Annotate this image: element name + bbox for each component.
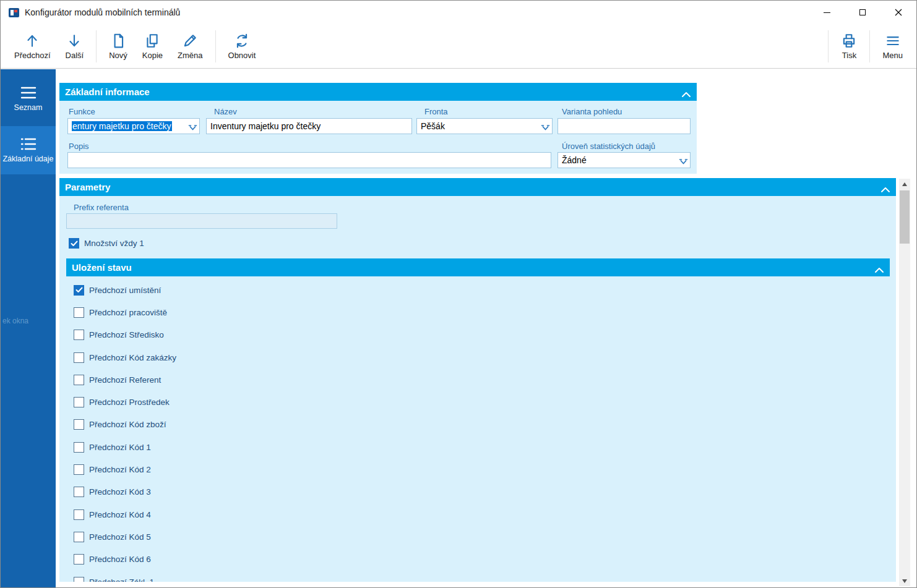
toolbar-button-label: Obnovit bbox=[228, 51, 256, 60]
toolbar-button-label: Menu bbox=[882, 51, 903, 60]
nazev-input[interactable] bbox=[206, 118, 412, 134]
obnovit-button[interactable]: Obnovit bbox=[221, 30, 264, 62]
dalsi-button[interactable]: Další bbox=[58, 30, 92, 62]
save-state-row[interactable]: Předchozí Středisko bbox=[74, 324, 176, 346]
save-state-row[interactable]: Předchozí Referent bbox=[74, 369, 176, 391]
fronta-combo[interactable]: Pěšák bbox=[416, 118, 553, 134]
toolbar-button-label: Nový bbox=[109, 51, 127, 60]
minimize-button[interactable] bbox=[809, 1, 845, 24]
checkbox[interactable] bbox=[74, 307, 84, 318]
scroll-up-icon bbox=[902, 182, 907, 186]
scroll-down-button[interactable] bbox=[899, 576, 910, 586]
predchozi-button[interactable]: Předchozí bbox=[7, 30, 58, 62]
popis-input[interactable] bbox=[67, 152, 551, 168]
save-state-list: Předchozí umístěníPředchozí pracovištěPř… bbox=[74, 279, 176, 582]
checkbox[interactable] bbox=[74, 554, 84, 565]
funkce-value: entury majetku pro čtečky bbox=[72, 121, 172, 131]
checkbox[interactable] bbox=[74, 442, 84, 453]
scroll-up-button[interactable] bbox=[899, 179, 910, 189]
prefix-input[interactable] bbox=[66, 213, 337, 229]
basic-info-header[interactable]: Základní informace bbox=[59, 83, 697, 101]
checkbox[interactable] bbox=[74, 532, 84, 542]
pencil-icon bbox=[182, 33, 198, 49]
copy-icon bbox=[144, 33, 160, 49]
save-state-row[interactable]: Předchozí Kód zboží bbox=[74, 414, 176, 436]
toolbar: Předchozí Další Nový Kopie Změna Obnovit bbox=[1, 24, 916, 69]
uroven-combo[interactable]: Žádné bbox=[558, 152, 691, 168]
varianta-label: Varianta pohledu bbox=[562, 107, 622, 116]
fronta-label: Fronta bbox=[424, 107, 448, 116]
checkbox[interactable] bbox=[74, 577, 84, 582]
maximize-button[interactable] bbox=[845, 1, 880, 24]
title-bar: Konfigurátor modulů mobilních terminálů bbox=[1, 1, 916, 24]
vertical-scrollbar[interactable] bbox=[899, 179, 910, 586]
checkbox-label: Předchozí Středisko bbox=[89, 330, 164, 339]
toolbar-button-label: Další bbox=[66, 51, 84, 60]
tisk-button[interactable]: Tisk bbox=[833, 30, 864, 62]
varianta-input[interactable] bbox=[558, 118, 691, 134]
save-state-header[interactable]: Uložení stavu bbox=[66, 258, 890, 276]
panel-title: Parametry bbox=[65, 182, 110, 192]
save-state-row[interactable]: Předchozí pracoviště bbox=[74, 301, 176, 323]
sidebar-faint-text: ek okna bbox=[2, 317, 28, 325]
chevron-up-icon bbox=[681, 92, 691, 98]
checkbox[interactable] bbox=[74, 487, 84, 497]
checkbox-label: Předchozí Kód zboží bbox=[89, 420, 166, 429]
main-content: Základní informace Funkce entury majetku… bbox=[56, 69, 917, 588]
quantity-checkbox[interactable] bbox=[69, 238, 79, 249]
dropdown-icon[interactable] bbox=[188, 123, 197, 130]
quantity-row[interactable]: Množství vždy 1 bbox=[69, 238, 144, 249]
checkbox[interactable] bbox=[74, 285, 84, 296]
scrollbar-thumb[interactable] bbox=[900, 190, 910, 244]
prefix-label: Prefix referenta bbox=[74, 203, 129, 212]
checkbox-label: Předchozí Kód 2 bbox=[89, 465, 151, 474]
save-state-row[interactable]: Předchozí umístění bbox=[74, 279, 176, 301]
checkbox-label: Předchozí Kód 4 bbox=[89, 510, 151, 519]
parameters-header[interactable]: Parametry bbox=[59, 178, 896, 196]
zmena-button[interactable]: Změna bbox=[170, 30, 210, 62]
collapse-button[interactable] bbox=[874, 265, 884, 271]
save-state-row[interactable]: Předchozí Kód 2 bbox=[74, 458, 176, 480]
novy-button[interactable]: Nový bbox=[101, 30, 135, 62]
popis-label: Popis bbox=[69, 142, 89, 151]
save-state-row[interactable]: Předchozí Kód 1 bbox=[74, 436, 176, 458]
toolbar-separator bbox=[828, 30, 829, 62]
arrow-down-icon bbox=[66, 33, 82, 49]
close-button[interactable] bbox=[880, 1, 916, 24]
save-state-row[interactable]: Předchozí Kód zakázky bbox=[74, 346, 176, 369]
arrow-up-icon bbox=[24, 33, 40, 49]
checkbox-label: Předchozí Kód 5 bbox=[89, 532, 151, 542]
toolbar-button-label: Tisk bbox=[842, 51, 856, 60]
checkbox-label: Předchozí Kód 3 bbox=[89, 487, 151, 496]
nazev-label: Název bbox=[214, 107, 237, 116]
app-icon bbox=[9, 8, 19, 17]
checkbox[interactable] bbox=[74, 464, 84, 475]
save-state-row[interactable]: Předchozí Kód 4 bbox=[74, 503, 176, 526]
checkbox[interactable] bbox=[74, 330, 84, 340]
checkbox[interactable] bbox=[74, 375, 84, 385]
dropdown-icon[interactable] bbox=[679, 157, 688, 164]
checkbox[interactable] bbox=[74, 397, 84, 407]
checkbox[interactable] bbox=[74, 509, 84, 520]
collapse-button[interactable] bbox=[681, 89, 691, 95]
save-state-row[interactable]: Předchozí Kód 6 bbox=[74, 548, 176, 571]
minimize-icon bbox=[824, 12, 830, 13]
collapse-button[interactable] bbox=[880, 184, 890, 190]
toolbar-separator bbox=[869, 30, 870, 62]
list-icon bbox=[20, 137, 37, 151]
dropdown-icon[interactable] bbox=[541, 123, 550, 130]
save-state-row[interactable]: Předchozí Kód 5 bbox=[74, 526, 176, 548]
kopie-button[interactable]: Kopie bbox=[135, 30, 170, 62]
menu-button[interactable]: Menu bbox=[875, 30, 910, 62]
sidebar-item-zakladni-udaje[interactable]: Základní údaje bbox=[1, 126, 56, 174]
save-state-row[interactable]: Předchozí Kód 3 bbox=[74, 481, 176, 503]
toolbar-separator bbox=[96, 30, 97, 62]
checkbox[interactable] bbox=[74, 419, 84, 430]
save-state-row[interactable]: Předchozí Zákl. 1 bbox=[74, 571, 176, 582]
checkbox[interactable] bbox=[74, 352, 84, 363]
funkce-combo[interactable]: entury majetku pro čtečky bbox=[67, 118, 200, 134]
save-state-row[interactable]: Předchozí Prostředek bbox=[74, 391, 176, 413]
sidebar-item-seznam[interactable]: Seznam bbox=[1, 77, 56, 121]
app-window: Konfigurátor modulů mobilních terminálů … bbox=[0, 0, 917, 588]
sidebar-item-label: Seznam bbox=[14, 103, 43, 113]
